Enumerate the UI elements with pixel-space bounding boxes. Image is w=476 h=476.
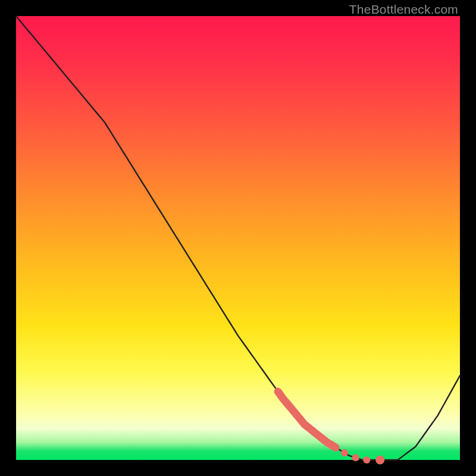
highlight-dot: [352, 454, 359, 461]
bottleneck-curve: [16, 16, 460, 460]
highlight-dot: [363, 456, 370, 464]
highlight-segment: [278, 392, 336, 447]
highlight-dots: [341, 449, 384, 464]
watermark-text: TheBottleneck.com: [349, 2, 458, 17]
highlight-dot: [375, 456, 384, 465]
chart-frame: TheBottleneck.com: [0, 0, 476, 476]
highlight-dot: [341, 449, 348, 456]
plot-area: [16, 16, 460, 460]
main-curve-path: [16, 16, 460, 460]
